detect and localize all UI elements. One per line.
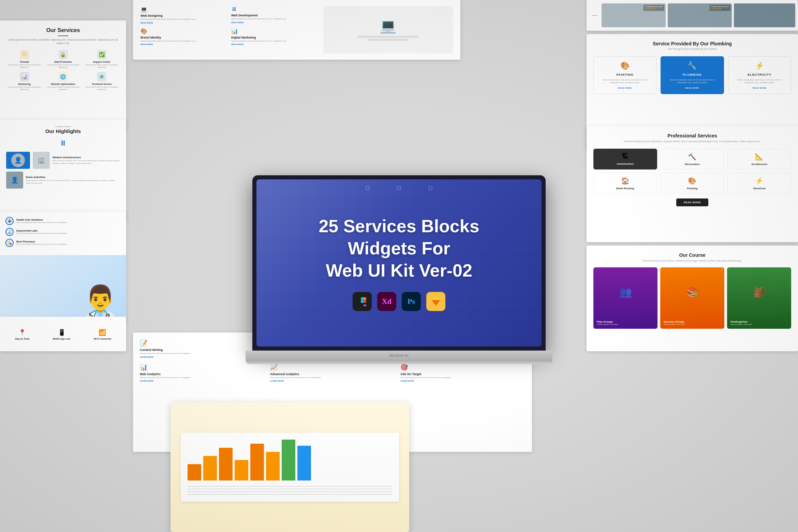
an-desc-advanced: Sed ut perspiciatis unde omnis iste natu…: [270, 376, 395, 379]
plumbing-icon: 🔧: [666, 61, 719, 70]
medical-desc-1: Sed ut perspiciatis unde omnis iste natu…: [16, 221, 68, 224]
course-card-playgroups[interactable]: 👥 Play Groups Viverra qulam, Elit auct.: [593, 267, 657, 329]
ws-desc-web-dev: Sed ut perspiciatis unde omnis iste natu…: [231, 18, 318, 20]
laptop-placeholder: 💻: [357, 18, 419, 42]
highlight-text-1: Modern Infrastructure Metus interdum ali…: [53, 156, 120, 165]
monitoring-icon: 📊: [20, 72, 29, 82]
ws-link-brand[interactable]: READ MORE: [141, 43, 227, 45]
notebook-paper: [181, 433, 399, 502]
highlight-name-1: Modern Infrastructure: [53, 156, 120, 159]
course-card-nursery[interactable]: 📚 Nursery Groups Viverra qulam, Elit auc…: [660, 267, 724, 329]
service-item-website-opt: 🌐 Website Optimisation Lorem ipsum dolor…: [45, 72, 80, 91]
laptop-bar-2: [368, 39, 409, 41]
service-desc-support: Lorem ipsum dolor sit amet consectetur a…: [84, 64, 119, 69]
course-icon-kindergarten: 🎒: [753, 286, 766, 298]
panel-web-services: 💻 Web Designing Sed ut perspiciatis unde…: [133, 0, 460, 60]
photo-divider: —: [589, 12, 600, 18]
photo-thumb-1: Faegiat dictumst quo. ★★★★★: [602, 3, 666, 27]
service-desc-website-opt: Lorem ipsum dolor sit amet consectetur a…: [45, 86, 80, 91]
pro-card-construction: 🏗 Construction: [593, 149, 657, 169]
read-more-button[interactable]: READ MORE: [676, 198, 708, 206]
pro-name-electrical: Electrical: [731, 187, 787, 190]
ws-link-digital[interactable]: READ MORE: [231, 43, 318, 45]
dot-3: [428, 186, 432, 190]
macbook-foot: [246, 360, 552, 364]
support-icon: ✅: [97, 50, 106, 59]
highlight-blue-bar-1: 👤: [6, 152, 30, 169]
course-icon-playgroups: 👥: [619, 286, 632, 298]
architecture-icon: 📐: [731, 152, 787, 161]
medical-row-2: 🔬 Exponential Labs Sed ut perspiciatis u…: [5, 228, 121, 236]
medical-text-2: Exponential Labs Sed ut perspiciatis und…: [16, 229, 68, 235]
figma-icon: [353, 292, 372, 311]
painting-icon: 🎨: [598, 61, 651, 70]
ws-link-web-design[interactable]: READ MORE: [141, 22, 227, 24]
pro-name-metal-roofing: Metal Roofing: [597, 187, 653, 190]
highlights-title: Our Highlights: [6, 128, 120, 134]
medical-row-3: 💊 Best Pharmacy Sed ut perspiciatis unde…: [5, 239, 121, 247]
course-bg-playgroups: 👥 Play Groups Viverra qulam, Elit auct.: [593, 267, 657, 329]
plumbing-name: PLUMBING: [666, 73, 719, 76]
painting-link[interactable]: READ MORE: [598, 87, 651, 89]
highlight-avatar-1: 👤: [11, 153, 25, 167]
electricity-link[interactable]: READ MORE: [733, 87, 786, 89]
photo-caption-1: Faegiat dictumst quo. ★★★★★: [644, 5, 664, 11]
course-cards: 👥 Play Groups Viverra qulam, Elit auct. …: [593, 267, 791, 329]
an-name-web-analytics: Web Analytics: [140, 372, 265, 376]
panel-bottom-icons: 📍 Stay on Track 📱 Mobile App Lock 📶 Wi-F…: [0, 317, 126, 351]
an-link-ads[interactable]: LEARN MORE: [400, 380, 525, 382]
pro-painting-icon: 🎨: [664, 177, 721, 185]
ws-link-web-dev[interactable]: READ MORE: [231, 21, 318, 24]
painting-desc: Sed ut perspiciatis unde omnis iste natu…: [598, 78, 651, 84]
pro-card-renovation: 🔨 Renovation: [661, 149, 724, 169]
an-link-advanced[interactable]: LEARN MORE: [270, 380, 395, 382]
sketch-icon: [426, 292, 445, 311]
ws-name-web-design: Web Designing: [141, 14, 227, 17]
service-item-monitoring: 📊 Monitoring Lorem ipsum dolor sit amet …: [7, 72, 42, 91]
plumbing-link[interactable]: READ MORE: [666, 87, 719, 89]
health-icon: ➕: [5, 217, 14, 225]
pro-card-painting: 🎨 Painting: [661, 173, 724, 194]
service-item-support: ✅ Support Center Lorem ipsum dolor sit a…: [84, 50, 119, 69]
chart-bar-8: [297, 446, 311, 481]
screen-title-line2: Widgets For: [348, 238, 450, 258]
course-card-kindergarten[interactable]: 🎒 Kindergarten Viverra qulam, Elit auct.: [727, 267, 791, 329]
renovation-icon: 🔨: [664, 152, 721, 161]
wifi-label: Wi-Fi Connected: [94, 338, 111, 340]
panel-notebook: [171, 402, 409, 532]
service-desc-technical: Lorem ipsum dolor sit amet consectetur a…: [84, 86, 119, 91]
pro-card-metal-roofing: 🏠 Metal Roofing: [593, 173, 657, 194]
bottom-icon-stay-on-track: 📍 Stay on Track: [15, 329, 29, 340]
plumb-card-plumbing: 🔧 PLUMBING Sed ut perspiciatis unde omni…: [661, 56, 724, 94]
macbook-base: MacBook Air: [246, 351, 552, 360]
labs-icon: 🔬: [5, 228, 14, 236]
chart-bar-2: [203, 456, 217, 481]
highlight-desc-1: Metus interdum aliquam sit et. Orci orna…: [53, 160, 120, 165]
doctor-figure: 👨‍⚕️: [81, 286, 119, 316]
course-label-playgroups: Play Groups Viverra qulam, Elit auct.: [597, 320, 618, 325]
course-title: Our Course: [593, 252, 791, 258]
pro-name-painting: Painting: [664, 187, 721, 190]
data-protection-icon: 🔒: [58, 50, 68, 59]
ws-desc-digital: Sed ut perspiciatis unde omnis iste natu…: [231, 40, 318, 43]
highlight-item-extra: 👤 Extra Activities Metus interdum aliqua…: [6, 172, 120, 189]
medical-row-1: ➕ Health Care Solutions Sed ut perspicia…: [5, 217, 121, 225]
laptop-icon: 💻: [357, 18, 419, 34]
screen-inner: 25 Services Blocks Widgets For Web UI Ki…: [256, 179, 542, 346]
nb-line-2: [188, 489, 392, 489]
course-bg-nursery: 📚 Nursery Groups Viverra qulam, Elit auc…: [660, 267, 724, 329]
ws-item-brand: 🎨 Brand Identity Sed ut perspiciatis und…: [141, 28, 227, 46]
plumbing-desc: Sed ut perspiciatis unde omnis iste natu…: [666, 78, 719, 84]
dot-1: [366, 186, 370, 190]
analytics-item-ads: 🎯 Ads On Target Sed ut perspiciatis unde…: [400, 364, 525, 382]
analytics-item-advanced: 📈 Advanced Analytics Sed ut perspiciatis…: [270, 364, 395, 382]
an-desc-ads: Sed ut perspiciatis unde omnis iste natu…: [400, 376, 525, 379]
screen-title-line3: Web UI Kit Ver-02: [326, 261, 472, 280]
an-desc-web-analytics: Sed ut perspiciatis unde omnis iste natu…: [140, 376, 265, 379]
service-desc-firewall: Lorem ipsum dolor sit amet consectetur a…: [7, 64, 42, 69]
services-grid: 🛡 Firewall Lorem ipsum dolor sit amet co…: [7, 50, 119, 91]
an-link-web-analytics[interactable]: LEARN MORE: [140, 380, 265, 382]
pro-card-architecture: 📐 Architecture: [727, 149, 791, 169]
chart-bar-5: [250, 444, 264, 481]
plumb-card-electricity: ⚡ ELECTRICITY Sed ut perspiciatis unde o…: [728, 56, 791, 94]
